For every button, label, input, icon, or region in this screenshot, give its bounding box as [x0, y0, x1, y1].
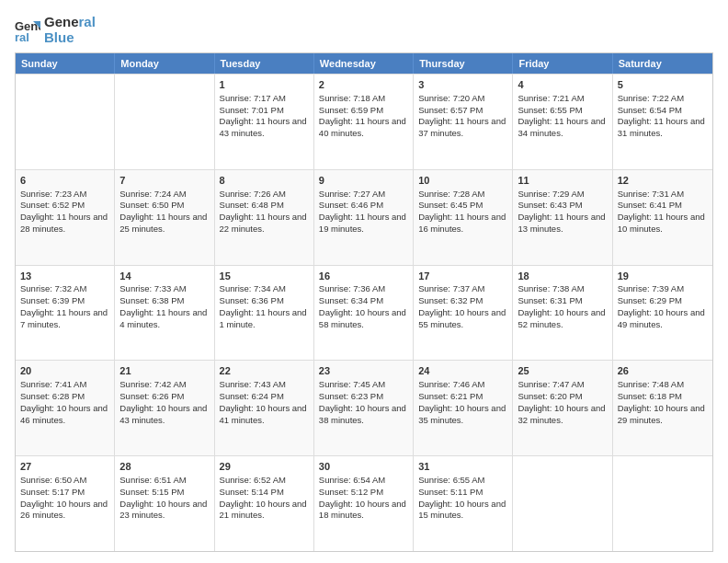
day-detail: Daylight: 11 hours and 34 minutes. [518, 116, 607, 140]
day-detail: Daylight: 11 hours and 4 minutes. [119, 307, 209, 331]
day-number: 17 [418, 270, 507, 283]
calendar-day-30: 30Sunrise: 6:54 AMSunset: 5:12 PMDayligh… [314, 456, 414, 551]
day-detail: Sunset: 6:34 PM [319, 295, 408, 307]
calendar-day-1: 1Sunrise: 7:17 AMSunset: 7:01 PMDaylight… [215, 75, 314, 169]
day-detail: Daylight: 11 hours and 19 minutes. [319, 212, 408, 236]
day-detail: Daylight: 11 hours and 16 minutes. [418, 212, 507, 236]
day-number: 28 [119, 460, 209, 474]
day-detail: Sunset: 6:41 PM [618, 200, 708, 212]
logo: Gene ral General Blue [15, 15, 96, 45]
calendar-day-18: 18Sunrise: 7:38 AMSunset: 6:31 PMDayligh… [513, 266, 612, 361]
day-detail: Sunrise: 7:20 AM [418, 93, 507, 105]
calendar-body: 1Sunrise: 7:17 AMSunset: 7:01 PMDaylight… [16, 74, 712, 551]
day-header-tuesday: Tuesday [215, 53, 314, 74]
day-detail: Sunrise: 7:45 AM [319, 379, 408, 391]
day-number: 15 [220, 270, 309, 283]
calendar-day-25: 25Sunrise: 7:47 AMSunset: 6:20 PMDayligh… [513, 361, 612, 455]
day-detail: Sunrise: 7:28 AM [418, 189, 507, 201]
day-detail: Sunrise: 7:38 AM [518, 283, 607, 295]
day-detail: Sunset: 5:11 PM [418, 487, 507, 499]
day-number: 27 [20, 460, 109, 474]
calendar-day-21: 21Sunrise: 7:42 AMSunset: 6:26 PMDayligh… [115, 361, 214, 455]
calendar-day-4: 4Sunrise: 7:21 AMSunset: 6:55 PMDaylight… [513, 75, 612, 169]
day-number: 30 [319, 460, 408, 474]
day-number: 14 [119, 270, 209, 283]
day-number: 2 [319, 78, 408, 92]
day-detail: Sunrise: 7:26 AM [220, 189, 309, 201]
day-detail: Sunrise: 6:52 AM [220, 475, 309, 487]
calendar-day-14: 14Sunrise: 7:33 AMSunset: 6:38 PMDayligh… [115, 266, 214, 361]
day-detail: Sunset: 6:59 PM [319, 105, 408, 117]
day-number: 26 [618, 364, 708, 378]
day-detail: Sunset: 6:57 PM [418, 105, 507, 117]
svg-text:ral: ral [15, 30, 29, 43]
day-detail: Sunset: 6:21 PM [418, 391, 507, 403]
day-detail: Daylight: 10 hours and 29 minutes. [618, 403, 708, 427]
day-number: 21 [119, 364, 209, 378]
day-detail: Sunset: 6:31 PM [518, 295, 607, 307]
calendar-week-4: 20Sunrise: 7:41 AMSunset: 6:28 PMDayligh… [16, 360, 712, 455]
day-detail: Sunrise: 6:50 AM [20, 475, 109, 487]
day-detail: Sunrise: 7:34 AM [220, 283, 309, 295]
day-detail: Daylight: 10 hours and 58 minutes. [319, 307, 408, 331]
day-detail: Sunrise: 7:21 AM [518, 93, 607, 105]
day-detail: Daylight: 10 hours and 38 minutes. [319, 403, 408, 427]
calendar-page: Gene ral General Blue SundayMondayTuesda… [0, 0, 728, 563]
day-header-sunday: Sunday [16, 53, 115, 74]
day-detail: Sunrise: 7:18 AM [319, 93, 408, 105]
day-detail: Daylight: 11 hours and 25 minutes. [119, 212, 209, 236]
day-number: 3 [418, 78, 507, 92]
day-header-thursday: Thursday [414, 53, 513, 74]
empty-cell [513, 456, 612, 551]
day-number: 8 [220, 174, 309, 188]
day-number: 22 [220, 364, 309, 378]
calendar-day-17: 17Sunrise: 7:37 AMSunset: 6:32 PMDayligh… [414, 266, 513, 361]
day-detail: Daylight: 11 hours and 37 minutes. [418, 116, 507, 140]
day-detail: Sunrise: 7:48 AM [618, 379, 708, 391]
day-detail: Sunset: 6:36 PM [220, 295, 309, 307]
calendar-day-15: 15Sunrise: 7:34 AMSunset: 6:36 PMDayligh… [215, 266, 314, 361]
logo-icon: Gene ral [15, 17, 40, 43]
day-detail: Daylight: 11 hours and 28 minutes. [20, 212, 109, 236]
day-detail: Daylight: 11 hours and 43 minutes. [220, 116, 309, 140]
day-detail: Sunset: 6:48 PM [220, 200, 309, 212]
day-detail: Sunset: 5:17 PM [20, 487, 109, 499]
calendar-week-2: 6Sunrise: 7:23 AMSunset: 6:52 PMDaylight… [16, 169, 712, 265]
day-detail: Sunset: 6:38 PM [119, 295, 209, 307]
logo-text: General Blue [44, 15, 96, 45]
day-detail: Daylight: 11 hours and 13 minutes. [518, 212, 607, 236]
calendar-day-31: 31Sunrise: 6:55 AMSunset: 5:11 PMDayligh… [414, 456, 513, 551]
calendar-day-7: 7Sunrise: 7:24 AMSunset: 6:50 PMDaylight… [115, 170, 214, 265]
day-detail: Sunset: 6:28 PM [20, 391, 109, 403]
empty-cell [613, 456, 712, 551]
day-detail: Daylight: 10 hours and 26 minutes. [20, 499, 109, 523]
calendar-day-9: 9Sunrise: 7:27 AMSunset: 6:46 PMDaylight… [314, 170, 414, 265]
calendar-day-29: 29Sunrise: 6:52 AMSunset: 5:14 PMDayligh… [215, 456, 314, 551]
day-detail: Sunset: 6:55 PM [518, 105, 607, 117]
calendar-day-20: 20Sunrise: 7:41 AMSunset: 6:28 PMDayligh… [16, 361, 115, 455]
day-number: 9 [319, 174, 408, 188]
day-number: 20 [20, 364, 109, 378]
day-detail: Daylight: 10 hours and 55 minutes. [418, 307, 507, 331]
day-detail: Sunset: 5:12 PM [319, 487, 408, 499]
day-number: 7 [119, 174, 209, 188]
day-detail: Sunrise: 7:47 AM [518, 379, 607, 391]
day-detail: Sunset: 6:50 PM [119, 200, 209, 212]
day-detail: Sunset: 6:23 PM [319, 391, 408, 403]
day-header-friday: Friday [513, 53, 612, 74]
day-detail: Sunrise: 7:42 AM [119, 379, 209, 391]
day-detail: Sunset: 6:39 PM [20, 295, 109, 307]
day-detail: Daylight: 10 hours and 15 minutes. [418, 499, 507, 523]
day-detail: Sunset: 6:29 PM [618, 295, 708, 307]
day-number: 1 [220, 78, 309, 92]
day-number: 11 [518, 174, 607, 188]
day-detail: Sunrise: 7:39 AM [618, 283, 708, 295]
day-detail: Sunrise: 7:33 AM [119, 283, 209, 295]
day-detail: Sunrise: 7:22 AM [618, 93, 708, 105]
day-detail: Daylight: 10 hours and 35 minutes. [418, 403, 507, 427]
day-detail: Daylight: 10 hours and 18 minutes. [319, 499, 408, 523]
day-detail: Sunset: 6:18 PM [618, 391, 708, 403]
day-detail: Daylight: 10 hours and 49 minutes. [618, 307, 708, 331]
calendar-day-23: 23Sunrise: 7:45 AMSunset: 6:23 PMDayligh… [314, 361, 414, 455]
calendar-week-1: 1Sunrise: 7:17 AMSunset: 7:01 PMDaylight… [16, 74, 712, 169]
